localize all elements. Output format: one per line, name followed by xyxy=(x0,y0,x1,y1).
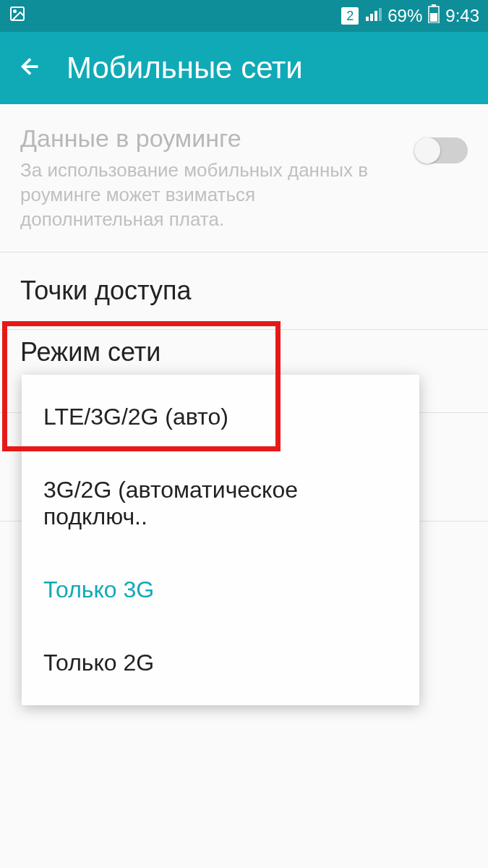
network-mode-title: Режим сети xyxy=(20,337,160,367)
roaming-text: Данные в роуминге За использование мобил… xyxy=(20,124,400,231)
toggle-thumb xyxy=(414,137,440,163)
sim-indicator: 2 xyxy=(341,7,359,25)
network-option-3g2g[interactable]: 3G/2G (автоматическое подключ.. xyxy=(22,454,419,553)
network-option-lte[interactable]: LTE/3G/2G (авто) xyxy=(22,380,419,454)
apn-setting[interactable]: Точки доступа xyxy=(0,252,488,330)
roaming-title: Данные в роуминге xyxy=(20,124,400,153)
settings-content: Данные в роуминге За использование мобил… xyxy=(0,104,488,330)
svg-rect-5 xyxy=(379,8,382,21)
status-bar: 2 69% 9:43 xyxy=(0,0,488,32)
svg-rect-4 xyxy=(374,11,377,21)
battery-icon xyxy=(428,4,440,27)
network-option-3g[interactable]: Только 3G xyxy=(22,553,419,626)
svg-rect-8 xyxy=(430,13,437,22)
back-button[interactable] xyxy=(17,54,43,82)
roaming-setting[interactable]: Данные в роуминге За использование мобил… xyxy=(0,104,488,252)
clock: 9:43 xyxy=(445,6,479,26)
battery-percent: 69% xyxy=(388,6,422,26)
roaming-toggle[interactable] xyxy=(414,137,468,163)
network-option-2g[interactable]: Только 2G xyxy=(22,626,419,699)
status-left xyxy=(9,5,26,27)
svg-rect-2 xyxy=(366,17,369,21)
svg-rect-3 xyxy=(370,14,373,21)
network-mode-popup: LTE/3G/2G (авто) 3G/2G (автоматическое п… xyxy=(22,375,419,705)
roaming-description: За использование мобильных данных в роум… xyxy=(20,158,400,231)
page-title: Мобильные сети xyxy=(67,51,303,85)
svg-point-1 xyxy=(14,10,16,12)
picture-icon xyxy=(9,5,26,27)
status-right: 2 69% 9:43 xyxy=(341,4,479,27)
apn-title: Точки доступа xyxy=(20,276,468,306)
app-bar: Мобильные сети xyxy=(0,32,488,104)
signal-icon xyxy=(364,5,382,27)
